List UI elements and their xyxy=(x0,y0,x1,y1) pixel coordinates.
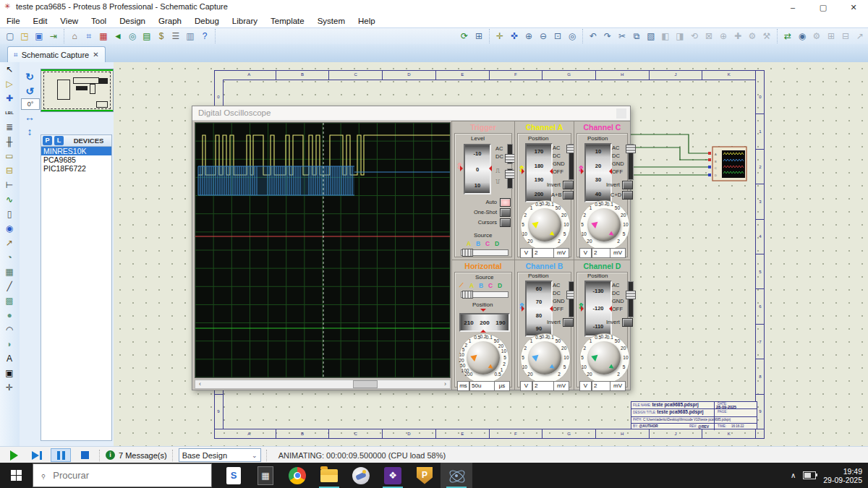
zoom-all-icon[interactable]: ◎ xyxy=(566,30,579,43)
open-file-icon[interactable]: ◳ xyxy=(18,30,31,43)
import-export-icon[interactable]: ⇥ xyxy=(47,30,60,43)
menu-tool[interactable]: Tool xyxy=(85,17,113,25)
new-sheet-icon[interactable]: ⊞ xyxy=(825,30,838,43)
trigger-one-shot-button[interactable] xyxy=(500,208,511,217)
menu-graph[interactable]: Graph xyxy=(152,17,188,25)
dev-app-taskbar-button[interactable]: ❖ xyxy=(377,463,409,488)
close-button[interactable]: ✕ xyxy=(839,0,868,14)
property-assignment-icon[interactable]: ⚙ xyxy=(810,30,823,43)
horizontal-source-slider-thumb[interactable] xyxy=(462,291,473,299)
menu-edit[interactable]: Edit xyxy=(27,17,54,25)
channel-b-invert-button[interactable] xyxy=(563,318,574,327)
wire-label-mode-icon[interactable]: LBL xyxy=(1,106,17,120)
block-move-icon[interactable]: ◨ xyxy=(673,30,686,43)
tab-close-icon[interactable]: ✕ xyxy=(93,51,98,59)
design-selector[interactable]: Base Design ⌄ xyxy=(179,448,261,462)
horizontal-source-slider[interactable] xyxy=(461,291,509,298)
scrollbar-thumb[interactable] xyxy=(353,380,378,388)
marker-mode-icon[interactable]: ✛ xyxy=(1,381,17,395)
menu-template[interactable]: Template xyxy=(264,17,311,25)
terminals-mode-icon[interactable]: ⊟ xyxy=(1,164,17,178)
channel-a-gain-knob-value-field[interactable]: 2 xyxy=(532,248,555,258)
block-rotate-icon[interactable]: ⟲ xyxy=(688,30,701,43)
2d-text-icon[interactable]: A xyxy=(1,352,17,366)
channel-a-invert-button[interactable] xyxy=(563,181,574,189)
maximize-button[interactable]: ▢ xyxy=(809,0,838,14)
subcircuit-mode-icon[interactable]: ▭ xyxy=(1,150,17,163)
undo-icon[interactable]: ↶ xyxy=(587,30,600,43)
channel-b-position-dial[interactable]: 60708090 xyxy=(525,281,553,337)
scroll-left-icon[interactable]: ‹ xyxy=(195,380,205,388)
channel-d-coupling-slider[interactable] xyxy=(628,281,634,317)
calculator-app-taskbar-button[interactable]: ▦ xyxy=(250,463,281,488)
virtual-instruments-mode-icon[interactable]: ▦ xyxy=(1,265,17,279)
horizontal-source-c[interactable]: C xyxy=(488,282,493,289)
menu-debug[interactable]: Debug xyxy=(188,17,226,25)
2d-line-icon[interactable]: ╱ xyxy=(1,280,17,294)
block-delete-icon[interactable]: ⊠ xyxy=(702,30,715,43)
pause-button[interactable] xyxy=(51,448,71,462)
help-icon[interactable]: ? xyxy=(198,30,211,43)
channel-a-sum-button[interactable] xyxy=(563,191,574,200)
start-button[interactable] xyxy=(0,463,33,488)
menu-view[interactable]: View xyxy=(54,17,85,25)
packaging-tool-icon[interactable]: ⚙ xyxy=(746,30,759,43)
channel-d-position-dial[interactable]: -130-120-110 xyxy=(584,281,612,337)
zoom-out-icon[interactable]: ⊖ xyxy=(537,30,550,43)
2d-circle-icon[interactable]: ● xyxy=(1,309,17,322)
minimize-button[interactable]: – xyxy=(778,0,807,14)
device-item-pca9685[interactable]: PCA9685 xyxy=(41,155,111,164)
library-button[interactable]: L xyxy=(54,136,64,145)
oscilloscope-titlebar[interactable]: Digital Oscilloscope xyxy=(192,106,630,121)
trigger-source-c[interactable]: C xyxy=(485,240,490,247)
channel-c-position-dial[interactable]: 10203040 xyxy=(584,143,612,202)
pcb-layout-icon[interactable]: ▦ xyxy=(97,30,110,43)
recorder-app-taskbar-button[interactable] xyxy=(345,463,377,488)
component-mode-icon[interactable]: ▷ xyxy=(1,77,17,91)
home-icon[interactable]: ⌂ xyxy=(68,30,81,43)
channel-c-gain-knob-value-field[interactable]: 2 xyxy=(592,248,611,258)
decompose-icon[interactable]: ⚒ xyxy=(760,30,773,43)
wire-autorouter-icon[interactable]: ⇄ xyxy=(781,30,794,43)
pan-icon[interactable]: ✜ xyxy=(508,30,521,43)
report-icon[interactable]: ▥ xyxy=(184,30,197,43)
oscilloscope-hscrollbar[interactable]: ‹ › xyxy=(195,380,451,389)
selection-mode-icon[interactable]: ↖ xyxy=(1,63,17,77)
horizontal-source-a[interactable]: A xyxy=(469,282,474,289)
menu-design[interactable]: Design xyxy=(113,17,152,25)
step-button[interactable] xyxy=(27,449,46,461)
pick-devices-button[interactable]: P xyxy=(43,136,52,145)
channel-c-coupling-slider-thumb[interactable] xyxy=(626,145,636,153)
trigger-source-a[interactable]: A xyxy=(467,240,471,247)
menu-system[interactable]: System xyxy=(311,17,352,25)
copy-icon[interactable]: ⧉ xyxy=(630,30,643,43)
device-item-minres10k[interactable]: MINRES10K xyxy=(41,147,111,155)
current-probe-mode-icon[interactable]: ◔ xyxy=(1,251,17,265)
document-app-taskbar-button[interactable]: S xyxy=(218,463,250,488)
block-copy-icon[interactable]: ◧ xyxy=(659,30,672,43)
text-script-mode-icon[interactable]: ≣ xyxy=(1,121,17,134)
voltage-probe-mode-icon[interactable]: ↗ xyxy=(1,236,17,250)
paste-icon[interactable]: ▧ xyxy=(644,30,658,43)
zoom-area-icon[interactable]: ⊡ xyxy=(551,30,564,43)
tab-schematic-capture[interactable]: ⌗ Schematic Capture ✕ xyxy=(7,46,106,62)
redo-icon[interactable]: ↷ xyxy=(601,30,614,43)
channel-d-coupling-slider-thumb[interactable] xyxy=(626,291,636,299)
scroll-right-icon[interactable]: › xyxy=(441,380,450,388)
bom-icon[interactable]: ▤ xyxy=(140,30,153,43)
bill-of-materials-icon[interactable]: $ xyxy=(155,30,168,43)
make-device-icon[interactable]: ✚ xyxy=(731,30,744,43)
messages-count[interactable]: 7 Message(s) xyxy=(119,451,167,460)
taskbar-search[interactable]: ⌕ xyxy=(33,463,212,487)
center-origin-icon[interactable]: ✛ xyxy=(493,30,506,43)
2d-path-icon[interactable]: ◗ xyxy=(1,338,17,351)
trigger-source-b[interactable]: B xyxy=(476,240,480,247)
proteus-launcher-taskbar-button[interactable]: P xyxy=(409,463,441,488)
new-file-icon[interactable]: ▢ xyxy=(4,30,17,43)
save-file-icon[interactable]: ▣ xyxy=(33,30,46,43)
oscilloscope-close-button[interactable] xyxy=(616,108,626,119)
oscilloscope-window[interactable]: Digital Oscilloscope ‹ › TriggerLevel⇕-1… xyxy=(192,106,631,390)
refresh-display-icon[interactable]: ⟳ xyxy=(458,30,471,43)
schematic-capture-icon[interactable]: ⌗ xyxy=(82,30,95,43)
trigger-source-slider[interactable] xyxy=(461,249,509,256)
